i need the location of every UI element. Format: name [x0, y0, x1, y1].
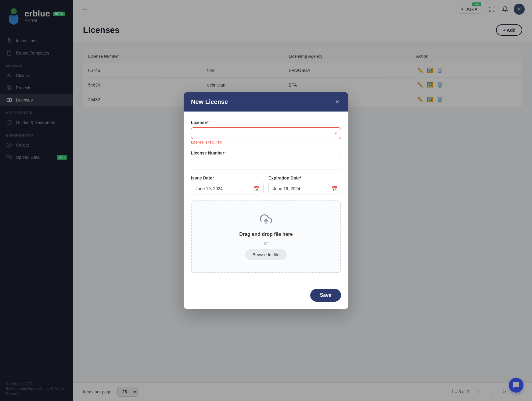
license-number-field-group: License Number* [191, 151, 341, 169]
modal-overlay[interactable]: New License × License* License is requir… [0, 0, 532, 401]
issue-date-group: Issue Date* 📅 [191, 176, 264, 194]
modal-header: New License × [184, 92, 348, 112]
expiration-date-wrapper: 📅 [268, 183, 341, 194]
modal-footer: Save [184, 289, 348, 309]
issue-date-calendar-icon[interactable]: 📅 [254, 186, 260, 192]
license-number-input[interactable] [191, 158, 341, 169]
license-error-message: License is required [191, 140, 341, 144]
modal-body: License* License is required License Num… [184, 112, 348, 289]
expiration-date-input[interactable] [268, 183, 341, 194]
date-row: Issue Date* 📅 Expiration Date* 📅 [191, 176, 341, 194]
license-label: License* [191, 120, 341, 125]
license-select-wrapper [191, 127, 341, 139]
upload-icon [260, 213, 272, 228]
browse-for-file-button[interactable]: Browse for file [245, 249, 287, 260]
license-number-required-star: * [224, 151, 226, 155]
issue-date-label: Issue Date* [191, 176, 264, 180]
modal-title: New License [191, 98, 228, 105]
license-required-star: * [207, 120, 208, 125]
drag-drop-text: Drag and drop file here [239, 232, 293, 237]
license-field-group: License* License is required [191, 120, 341, 144]
license-select[interactable] [191, 127, 341, 139]
modal-close-button[interactable]: × [334, 98, 341, 105]
expiration-date-label: Expiration Date* [268, 176, 341, 180]
issue-date-wrapper: 📅 [191, 183, 264, 194]
license-number-label: License Number* [191, 151, 341, 155]
expiration-date-group: Expiration Date* 📅 [268, 176, 341, 194]
expiration-date-calendar-icon[interactable]: 📅 [331, 186, 337, 192]
issue-date-input[interactable] [191, 183, 264, 194]
save-button[interactable]: Save [310, 289, 341, 302]
upload-area[interactable]: Drag and drop file here or Browse for fi… [191, 200, 341, 273]
new-license-modal: New License × License* License is requir… [184, 92, 348, 309]
upload-or-text: or [264, 241, 268, 246]
